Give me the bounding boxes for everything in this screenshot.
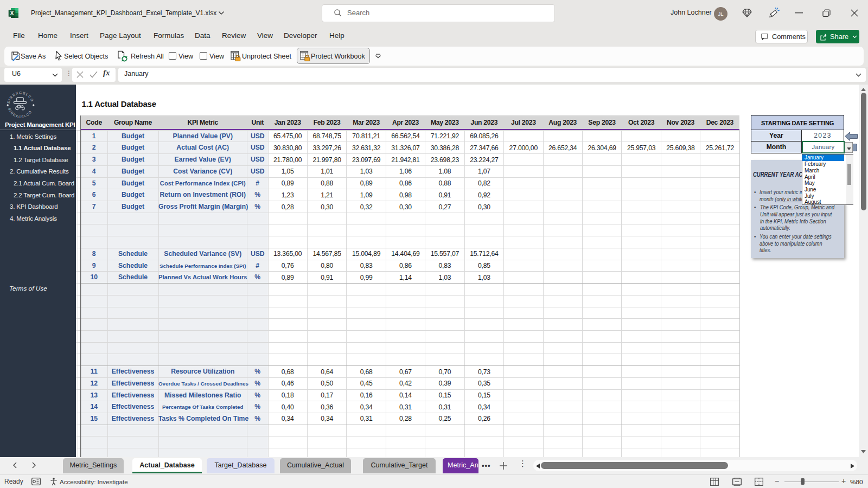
svg-text:X: X <box>10 10 14 16</box>
